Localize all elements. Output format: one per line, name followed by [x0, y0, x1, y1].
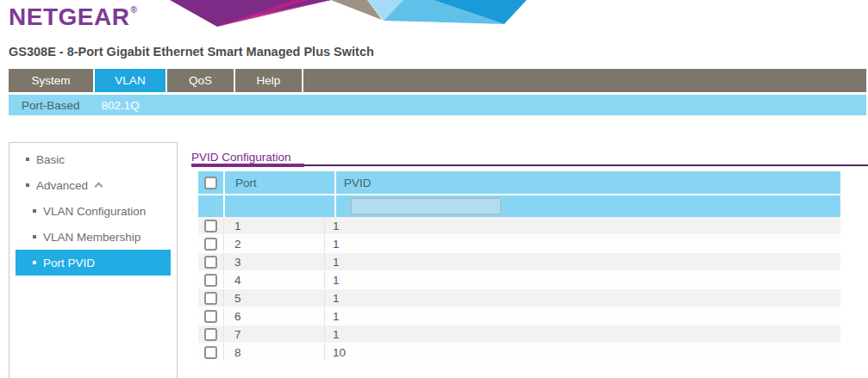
sidebar-item-label: Advanced [36, 179, 88, 192]
subnav-item-port-based[interactable]: Port-Based [22, 99, 80, 112]
page-title: PVID Configuration [191, 151, 291, 164]
edit-row-port-cell [225, 195, 336, 217]
table-edit-row [198, 195, 840, 217]
sidebar-item-port-pvid[interactable]: Port PVID [16, 250, 171, 276]
tab-vlan[interactable]: VLAN [95, 69, 167, 92]
square-bullet-icon [33, 235, 36, 239]
row-checkbox[interactable] [204, 310, 217, 323]
registered-trademark: ® [130, 5, 137, 15]
table-row: 7 1 [198, 325, 840, 344]
column-header-pvid: PVID [336, 171, 840, 194]
page: NETGEAR® GS308E - 8-Port Gigabit Etherne… [0, 0, 868, 378]
row-checkbox[interactable] [204, 346, 217, 359]
tab-help[interactable]: Help [235, 69, 303, 92]
sidebar-item-label: Port PVID [43, 257, 95, 270]
port-cell: 7 [224, 325, 325, 343]
sidebar-item-vlan-membership[interactable]: VLAN Membership [9, 224, 177, 250]
netgear-logo-text: NETGEAR [9, 3, 129, 30]
table-row: 5 1 [198, 289, 840, 307]
sidebar-item-advanced[interactable]: Advanced [9, 172, 177, 198]
table-body: 1 1 2 1 3 1 4 1 5 1 [198, 217, 840, 362]
square-bullet-icon [33, 209, 36, 213]
column-header-port: Port [225, 171, 336, 194]
row-checkbox[interactable] [204, 328, 217, 341]
pvid-table: Port PVID 1 1 2 1 3 1 [198, 171, 840, 362]
port-cell: 5 [224, 289, 325, 307]
square-bullet-icon [26, 158, 29, 161]
table-row: 4 1 [198, 271, 840, 289]
row-checkbox[interactable] [204, 220, 217, 232]
tab-qos[interactable]: QoS [167, 69, 235, 92]
pvid-input[interactable] [351, 198, 501, 214]
table-row: 6 1 [198, 307, 840, 325]
row-checkbox[interactable] [204, 274, 217, 287]
port-cell: 6 [224, 307, 325, 325]
table-header-row: Port PVID [198, 171, 840, 194]
select-all-checkbox[interactable] [204, 177, 217, 189]
sidebar-item-label: Basic [36, 153, 65, 166]
tab-system[interactable]: System [9, 69, 95, 92]
subnav-item-8021q[interactable]: 802.1Q [102, 99, 140, 112]
port-cell: 2 [224, 235, 325, 252]
sidebar-item-vlan-configuration[interactable]: VLAN Configuration [9, 198, 177, 224]
header-checkbox-cell [198, 171, 225, 194]
port-cell: 8 [224, 344, 325, 361]
pvid-cell: 1 [325, 217, 840, 234]
device-title: GS308E - 8-Port Gigabit Ethernet Smart M… [9, 45, 374, 59]
heading-rule-accent [191, 164, 304, 167]
square-bullet-icon [33, 261, 36, 264]
port-cell: 4 [224, 271, 325, 288]
netgear-logo: NETGEAR® [9, 3, 137, 31]
table-row: 3 1 [198, 253, 840, 271]
sub-nav: Port-Based 802.1Q [9, 95, 866, 115]
sidebar-item-label: VLAN Membership [43, 231, 141, 244]
row-checkbox[interactable] [204, 238, 217, 251]
main-nav: System VLAN QoS Help [9, 69, 866, 92]
pvid-cell: 1 [325, 253, 840, 270]
table-row: 2 1 [198, 235, 840, 253]
port-cell: 1 [224, 217, 325, 234]
edit-row-checkbox-cell [198, 195, 225, 217]
pvid-cell: 1 [325, 307, 840, 325]
pvid-cell: 10 [325, 344, 840, 361]
sidebar-menu: Basic Advanced VLAN Configuration VLAN M… [9, 146, 177, 276]
table-row: 1 1 [198, 217, 840, 235]
sidebar-item-basic[interactable]: Basic [9, 146, 177, 172]
pvid-cell: 1 [325, 289, 840, 307]
sidebar-item-label: VLAN Configuration [43, 205, 146, 218]
row-checkbox[interactable] [204, 292, 217, 305]
pvid-cell: 1 [325, 325, 840, 343]
chevron-up-icon [95, 183, 103, 191]
port-cell: 3 [224, 253, 325, 270]
pvid-cell: 1 [325, 271, 840, 288]
edit-row-pvid-cell [336, 195, 840, 217]
square-bullet-icon [26, 183, 29, 187]
row-checkbox[interactable] [204, 256, 217, 269]
sidebar: Basic Advanced VLAN Configuration VLAN M… [9, 142, 178, 378]
table-row: 8 10 [198, 344, 840, 362]
pvid-cell: 1 [325, 235, 840, 252]
